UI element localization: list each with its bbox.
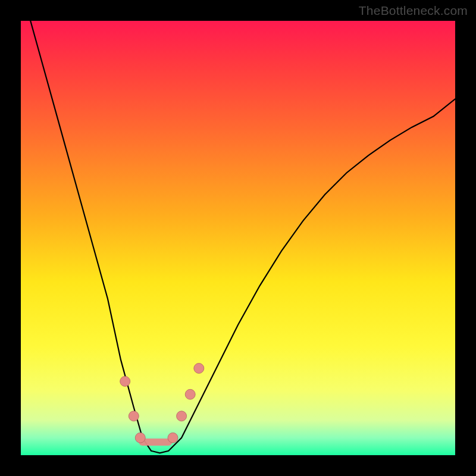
chart-frame: TheBottleneck.com (0, 0, 476, 476)
bottleneck-curve (21, 21, 455, 453)
curve-marker (168, 433, 178, 443)
curve-marker (120, 376, 130, 386)
source-attribution: TheBottleneck.com (359, 4, 468, 18)
curve-marker (135, 433, 145, 443)
curve-marker (129, 411, 139, 421)
curve-marker (194, 364, 204, 374)
curve-marker (185, 389, 195, 399)
plot-area (21, 21, 455, 455)
curve-marker (177, 411, 187, 421)
left-slope-markers (120, 376, 146, 443)
bottleneck-curve-svg (21, 21, 455, 455)
